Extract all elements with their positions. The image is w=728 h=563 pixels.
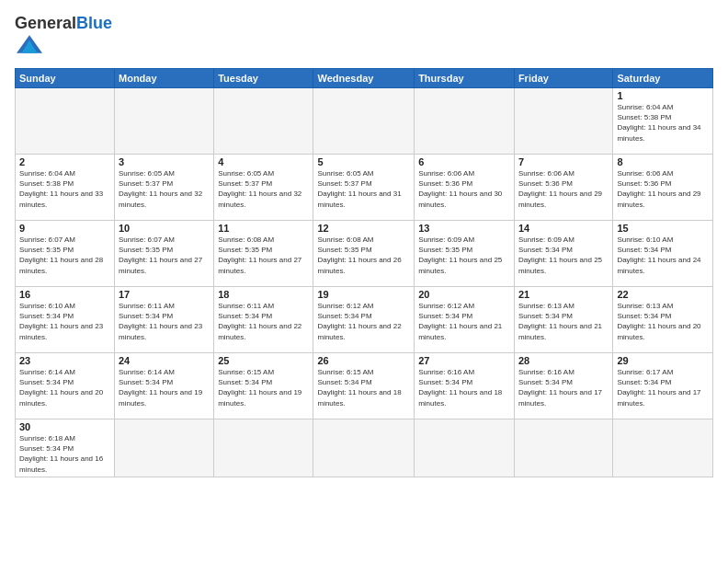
day-info: Sunrise: 6:10 AMSunset: 5:34 PMDaylight:… [19, 301, 110, 342]
day-info: Sunrise: 6:09 AMSunset: 5:35 PMDaylight:… [418, 235, 510, 276]
page: GeneralBlue SundayMondayTuesdayWednesday… [0, 0, 728, 563]
day-info: Sunrise: 6:06 AMSunset: 5:36 PMDaylight:… [518, 168, 609, 210]
day-info: Sunrise: 6:15 AMSunset: 5:34 PMDaylight:… [317, 367, 410, 408]
calendar-cell [313, 419, 415, 477]
logo-blue: Blue [76, 14, 112, 32]
calendar-cell: 8Sunrise: 6:06 AMSunset: 5:36 PMDaylight… [613, 155, 713, 221]
calendar-cell: 29Sunrise: 6:17 AMSunset: 5:34 PMDayligh… [613, 353, 713, 419]
weekday-header-monday: Monday [115, 69, 214, 88]
day-number: 4 [218, 156, 309, 167]
logo: GeneralBlue [15, 15, 112, 61]
calendar-week-3: 16Sunrise: 6:10 AMSunset: 5:34 PMDayligh… [16, 287, 713, 353]
calendar-cell [415, 88, 515, 155]
calendar-cell: 23Sunrise: 6:14 AMSunset: 5:34 PMDayligh… [16, 353, 115, 419]
calendar-cell: 5Sunrise: 6:05 AMSunset: 5:37 PMDaylight… [313, 155, 415, 221]
calendar-cell: 7Sunrise: 6:06 AMSunset: 5:36 PMDaylight… [514, 155, 612, 221]
day-info: Sunrise: 6:12 AMSunset: 5:34 PMDaylight:… [418, 301, 510, 342]
logo-text: GeneralBlue [15, 15, 112, 31]
calendar-cell: 18Sunrise: 6:11 AMSunset: 5:34 PMDayligh… [214, 287, 313, 353]
day-info: Sunrise: 6:06 AMSunset: 5:36 PMDaylight:… [418, 168, 510, 210]
calendar-cell: 6Sunrise: 6:06 AMSunset: 5:36 PMDaylight… [415, 155, 515, 221]
day-number: 12 [317, 223, 410, 234]
weekday-header-sunday: Sunday [16, 69, 115, 88]
calendar-cell: 13Sunrise: 6:09 AMSunset: 5:35 PMDayligh… [415, 221, 515, 287]
day-info: Sunrise: 6:08 AMSunset: 5:35 PMDaylight:… [317, 235, 410, 276]
calendar-cell: 9Sunrise: 6:07 AMSunset: 5:35 PMDaylight… [16, 221, 115, 287]
day-info: Sunrise: 6:05 AMSunset: 5:37 PMDaylight:… [218, 168, 309, 210]
day-number: 18 [218, 289, 309, 300]
calendar-cell [514, 88, 612, 155]
day-number: 14 [518, 223, 609, 234]
calendar-cell: 26Sunrise: 6:15 AMSunset: 5:34 PMDayligh… [313, 353, 415, 419]
calendar-cell: 21Sunrise: 6:13 AMSunset: 5:34 PMDayligh… [514, 287, 612, 353]
calendar-cell [214, 88, 313, 155]
day-info: Sunrise: 6:13 AMSunset: 5:34 PMDaylight:… [617, 301, 709, 342]
weekday-header-friday: Friday [514, 69, 612, 88]
day-info: Sunrise: 6:14 AMSunset: 5:34 PMDaylight:… [19, 367, 110, 408]
calendar-cell: 27Sunrise: 6:16 AMSunset: 5:34 PMDayligh… [415, 353, 515, 419]
calendar-cell [115, 88, 214, 155]
calendar-week-4: 23Sunrise: 6:14 AMSunset: 5:34 PMDayligh… [16, 353, 713, 419]
day-number: 5 [317, 156, 410, 167]
day-info: Sunrise: 6:11 AMSunset: 5:34 PMDaylight:… [119, 301, 210, 342]
day-info: Sunrise: 6:04 AMSunset: 5:38 PMDaylight:… [617, 102, 709, 144]
calendar-cell: 1Sunrise: 6:04 AMSunset: 5:38 PMDaylight… [613, 88, 713, 155]
day-info: Sunrise: 6:07 AMSunset: 5:35 PMDaylight:… [19, 235, 110, 276]
day-info: Sunrise: 6:18 AMSunset: 5:34 PMDaylight:… [19, 433, 110, 475]
day-info: Sunrise: 6:11 AMSunset: 5:34 PMDaylight:… [218, 301, 309, 342]
day-number: 30 [19, 421, 110, 432]
calendar-cell [313, 88, 415, 155]
day-number: 15 [617, 223, 709, 234]
day-number: 10 [119, 223, 210, 234]
calendar-cell [514, 419, 612, 477]
day-number: 25 [218, 355, 309, 366]
day-number: 16 [19, 289, 110, 300]
calendar-cell: 2Sunrise: 6:04 AMSunset: 5:38 PMDaylight… [16, 155, 115, 221]
day-number: 29 [617, 355, 709, 366]
calendar-week-5: 30Sunrise: 6:18 AMSunset: 5:34 PMDayligh… [16, 419, 713, 477]
day-number: 8 [617, 156, 709, 167]
day-number: 17 [119, 289, 210, 300]
day-number: 27 [418, 355, 510, 366]
day-info: Sunrise: 6:05 AMSunset: 5:37 PMDaylight:… [119, 168, 210, 210]
calendar-week-2: 9Sunrise: 6:07 AMSunset: 5:35 PMDaylight… [16, 221, 713, 287]
day-number: 13 [418, 223, 510, 234]
calendar-cell: 12Sunrise: 6:08 AMSunset: 5:35 PMDayligh… [313, 221, 415, 287]
calendar-cell: 22Sunrise: 6:13 AMSunset: 5:34 PMDayligh… [613, 287, 713, 353]
calendar-cell [613, 419, 713, 477]
header: GeneralBlue [15, 11, 713, 61]
weekday-header-saturday: Saturday [613, 69, 713, 88]
calendar-cell: 24Sunrise: 6:14 AMSunset: 5:34 PMDayligh… [115, 353, 214, 419]
calendar-cell: 11Sunrise: 6:08 AMSunset: 5:35 PMDayligh… [214, 221, 313, 287]
calendar: SundayMondayTuesdayWednesdayThursdayFrid… [15, 68, 713, 477]
calendar-cell: 4Sunrise: 6:05 AMSunset: 5:37 PMDaylight… [214, 155, 313, 221]
calendar-cell: 15Sunrise: 6:10 AMSunset: 5:34 PMDayligh… [613, 221, 713, 287]
calendar-cell: 14Sunrise: 6:09 AMSunset: 5:34 PMDayligh… [514, 221, 612, 287]
calendar-cell: 17Sunrise: 6:11 AMSunset: 5:34 PMDayligh… [115, 287, 214, 353]
day-info: Sunrise: 6:13 AMSunset: 5:34 PMDaylight:… [518, 301, 609, 342]
weekday-header-thursday: Thursday [415, 69, 515, 88]
calendar-cell: 28Sunrise: 6:16 AMSunset: 5:34 PMDayligh… [514, 353, 612, 419]
day-number: 28 [518, 355, 609, 366]
day-number: 23 [19, 355, 110, 366]
day-info: Sunrise: 6:16 AMSunset: 5:34 PMDaylight:… [418, 367, 510, 408]
calendar-cell: 19Sunrise: 6:12 AMSunset: 5:34 PMDayligh… [313, 287, 415, 353]
day-number: 6 [418, 156, 510, 167]
calendar-cell: 10Sunrise: 6:07 AMSunset: 5:35 PMDayligh… [115, 221, 214, 287]
day-info: Sunrise: 6:10 AMSunset: 5:34 PMDaylight:… [617, 235, 709, 276]
day-info: Sunrise: 6:09 AMSunset: 5:34 PMDaylight:… [518, 235, 609, 276]
day-info: Sunrise: 6:15 AMSunset: 5:34 PMDaylight:… [218, 367, 309, 408]
logo-icon [17, 31, 42, 57]
day-number: 2 [19, 156, 110, 167]
day-info: Sunrise: 6:08 AMSunset: 5:35 PMDaylight:… [218, 235, 309, 276]
weekday-header-row: SundayMondayTuesdayWednesdayThursdayFrid… [16, 69, 713, 88]
calendar-week-1: 2Sunrise: 6:04 AMSunset: 5:38 PMDaylight… [16, 155, 713, 221]
day-number: 9 [19, 223, 110, 234]
day-number: 26 [317, 355, 410, 366]
day-info: Sunrise: 6:06 AMSunset: 5:36 PMDaylight:… [617, 168, 709, 210]
day-number: 3 [119, 156, 210, 167]
weekday-header-wednesday: Wednesday [313, 69, 415, 88]
calendar-cell [16, 88, 115, 155]
calendar-week-0: 1Sunrise: 6:04 AMSunset: 5:38 PMDaylight… [16, 88, 713, 155]
day-number: 22 [617, 289, 709, 300]
